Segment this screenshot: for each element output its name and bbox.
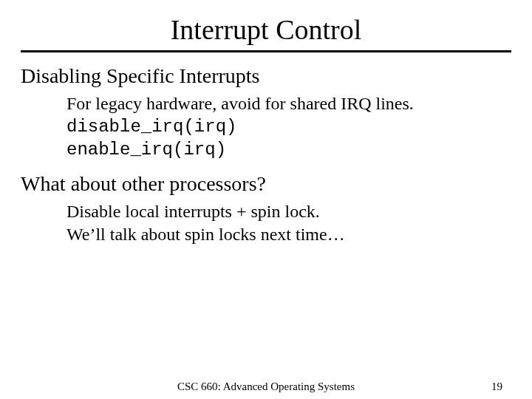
slide: Interrupt Control Disabling Specific Int… <box>0 13 532 399</box>
section1-code1: disable_irq(irq) <box>66 115 511 138</box>
footer-course: CSC 660: Advanced Operating Systems <box>177 381 355 393</box>
title-rule <box>21 50 511 52</box>
footer: CSC 660: Advanced Operating Systems 19 <box>0 381 532 393</box>
section-heading-1: Disabling Specific Interrupts <box>21 64 511 88</box>
section-heading-2: What about other processors? <box>21 172 511 196</box>
section2-line2: We’ll talk about spin locks next time… <box>66 223 511 246</box>
section2-line1: Disable local interrupts + spin lock. <box>66 200 511 223</box>
section1-line1: For legacy hardware, avoid for shared IR… <box>66 92 511 115</box>
section1-code2: enable_irq(irq) <box>66 138 511 161</box>
slide-title: Interrupt Control <box>0 13 532 46</box>
footer-page: 19 <box>491 381 502 393</box>
slide-body: Disabling Specific Interrupts For legacy… <box>21 64 511 246</box>
